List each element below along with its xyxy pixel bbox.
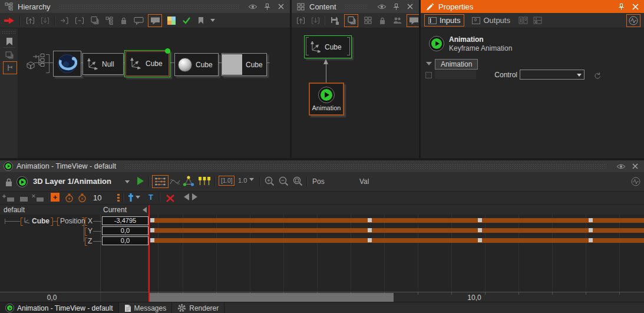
keyframe-marker[interactable] [589,228,593,232]
playhead[interactable] [148,205,150,302]
comment-outline-icon[interactable] [133,15,144,26]
track-filter-tab-icon[interactable] [3,61,17,74]
timeline-scrollbar-thumb[interactable] [149,293,394,302]
prev-key-icon[interactable] [180,193,189,200]
performance-monitor-icon[interactable] [630,176,641,187]
value-x-field[interactable]: -3,4795 [102,216,148,225]
dopesheet-mode-icon[interactable] [152,175,169,188]
close-icon[interactable] [276,1,286,12]
close-icon[interactable] [630,1,640,12]
pin-icon[interactable] [616,1,626,12]
eye-icon[interactable] [377,1,387,12]
lock-icon[interactable] [377,15,388,26]
keyframe-marker[interactable] [478,228,482,232]
pin-icon[interactable] [262,1,272,12]
animation-track-icon[interactable] [16,176,28,187]
curve-mode-icon[interactable] [170,176,180,187]
node-cinema4d[interactable] [53,51,81,77]
close-icon[interactable] [405,1,415,12]
eye-icon[interactable] [616,161,626,172]
validate-check-icon[interactable] [181,15,191,26]
zoom-in-icon[interactable] [264,176,275,186]
time-ruler[interactable]: 0,0 10,0 [0,292,644,302]
bookmark-tab-icon[interactable] [4,36,15,47]
key-pins-icon[interactable] [198,176,211,186]
delete-all-keys-icon[interactable] [165,193,176,203]
reset-icon[interactable] [592,70,602,81]
snap-interval-button[interactable]: [1.0] [219,176,235,186]
pin-icon[interactable] [391,1,401,12]
subtree-icon[interactable] [104,15,114,26]
stopwatch-remove-icon[interactable] [77,192,87,203]
statusbar-tab-timeview[interactable]: Animation - TimeView - default [0,302,119,313]
performance-monitor-icon[interactable] [626,14,640,27]
keyframe-marker[interactable] [150,228,154,232]
titlebar-texture[interactable] [59,4,239,9]
keyframe-marker[interactable] [368,228,372,232]
current-value-header[interactable]: Current [103,206,127,214]
io-grid-icon[interactable] [533,15,543,26]
track-area[interactable]: Cube Position X Y Z -3,4795 0,0 0,0 [0,215,644,292]
node-cube-sphere[interactable]: Cube [174,53,219,76]
export-up-icon[interactable] [295,15,306,26]
collapse-values-caret[interactable] [143,207,147,213]
statusbar-tab-renderer[interactable]: Renderer [172,302,224,313]
channel-z-label[interactable]: Z [88,238,92,245]
keyframe-marker[interactable] [589,238,593,242]
zoom-out-icon[interactable] [278,176,289,186]
save-state-icon[interactable] [329,15,340,26]
keyframe-marker[interactable] [368,218,372,222]
track-bar-y[interactable] [150,228,644,233]
delete-key-icon[interactable] [32,193,45,203]
channel-x-label[interactable]: X [88,218,93,225]
keyframe-marker[interactable] [150,238,154,242]
lock-icon[interactable] [118,15,129,26]
scene-structure-icon[interactable] [24,53,47,73]
jump-to-node-icon[interactable] [4,15,15,26]
play-button[interactable] [137,177,148,185]
stopwatch-add-icon[interactable] [64,192,74,203]
control-dropdown[interactable] [520,70,584,80]
section-collapse-caret[interactable] [426,62,432,68]
track-target-caret[interactable] [125,180,130,186]
node-cube-material[interactable]: Cube [222,53,267,76]
panel-divider[interactable] [419,0,421,158]
track-bar-x[interactable] [150,218,644,223]
next-key-icon[interactable] [192,193,201,200]
insert-into-icon[interactable] [60,15,70,26]
add-key-icon[interactable] [2,193,15,203]
bookmark-dropdown-caret[interactable] [210,19,215,24]
group-container-icon[interactable] [89,15,100,26]
panel-divider[interactable] [0,159,644,160]
panel-divider[interactable] [290,0,292,158]
import-down-icon[interactable] [39,15,50,26]
lock-icon[interactable] [4,177,14,187]
control-animate-checkbox[interactable] [425,72,432,78]
auto-key-dropdown[interactable] [128,193,140,202]
content-node-cube[interactable]: Cube [304,35,352,58]
track-object-label[interactable]: Cube [32,218,49,225]
layout-name-header[interactable]: default [4,206,25,214]
tangent-type-icon[interactable]: T [148,193,153,202]
group-container-icon[interactable] [344,14,358,27]
track-bar-z[interactable] [150,238,644,243]
channel-y-label[interactable]: Y [88,228,93,235]
layers-tab-icon[interactable] [4,50,15,60]
eye-icon[interactable] [247,1,258,12]
users-icon[interactable] [392,15,402,26]
node-cube-selected[interactable]: Cube [124,50,170,77]
keyframe-marker[interactable] [150,218,154,222]
close-icon[interactable] [630,161,640,172]
keyframe-marker[interactable] [368,238,372,242]
split-container-icon[interactable] [74,15,85,26]
io-columns-icon[interactable]: 0 [518,15,529,26]
add-marker-button[interactable]: + [51,193,60,202]
keyframe-marker[interactable] [478,238,482,242]
content-node-animation[interactable]: Animation [309,83,344,116]
tab-inputs[interactable]: Inputs [424,14,464,27]
statusbar-tab-messages[interactable]: Messages [119,302,173,313]
track-target-label[interactable]: 3D Layer 1/Animation [33,177,111,186]
grid-view-icon[interactable] [362,15,373,26]
titlebar-texture[interactable] [124,164,607,169]
tab-outputs[interactable]: 0 Outputs [468,15,514,26]
